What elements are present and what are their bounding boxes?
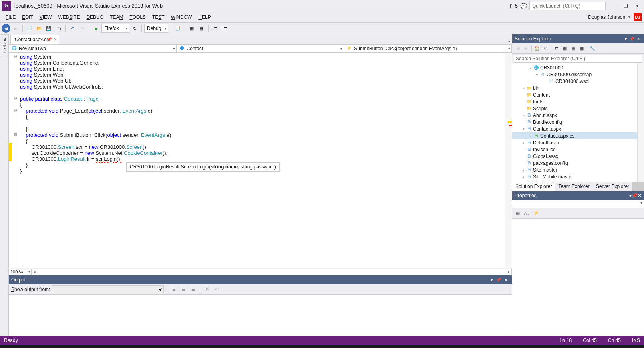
tree-item[interactable]: 📁Scripts (512, 105, 644, 112)
expand-icon[interactable]: ▹ (528, 134, 533, 138)
start-debug-icon[interactable]: ▶ (92, 24, 101, 33)
browser-selector[interactable]: Firefox (101, 24, 129, 33)
fold-icon[interactable]: ⊟ (12, 131, 19, 137)
tab-server-explorer[interactable]: Server Explorer (593, 182, 632, 191)
fold-icon[interactable]: ⊟ (12, 53, 19, 59)
tab-close-icon[interactable]: ✕ (54, 37, 57, 42)
solution-explorer-tree[interactable]: ▿🌐CR301000▿⚙CR301000.discomap📄CR301000.w… (512, 63, 644, 182)
menu-edit[interactable]: EDIT (19, 13, 36, 22)
output-btn-4[interactable]: ✕ (203, 285, 211, 293)
se-home-icon[interactable]: 🏠 (533, 45, 541, 53)
tree-item[interactable]: ▹🖹Site.master (512, 166, 644, 173)
tb-icon-5[interactable]: ≣ (221, 24, 229, 33)
fold-icon[interactable]: ⊟ (12, 107, 19, 113)
tree-item[interactable]: ▹🖹About.aspx (512, 112, 644, 119)
se-back-icon[interactable]: ◀ (514, 45, 522, 53)
tb-icon-2[interactable]: ▦ (187, 24, 196, 33)
prop-pin-icon[interactable]: 📌 (632, 193, 638, 198)
tree-item[interactable]: 🖹Bundle.config (512, 119, 644, 125)
user-dropdown-icon[interactable]: ▼ (628, 15, 631, 19)
horizontal-scrollbar[interactable]: ◂▸ (31, 269, 512, 275)
nav-method-combo[interactable]: ⚡SubmitButton_Click(object sender, Event… (344, 44, 512, 53)
output-btn-3[interactable]: ≣ (189, 285, 197, 293)
tabs-overflow-icon[interactable]: ▾ (508, 39, 512, 44)
output-btn-1[interactable]: ≣ (170, 285, 178, 293)
menu-view[interactable]: VIEW (36, 13, 55, 22)
expand-icon[interactable]: ▹ (521, 168, 526, 172)
menu-website[interactable]: WEBSITE (55, 13, 83, 22)
expand-icon[interactable]: ▹ (521, 113, 526, 117)
prop-close-icon[interactable]: ✕ (638, 193, 642, 198)
zoom-combo[interactable]: 100 % (9, 269, 31, 275)
tb-icon-1[interactable]: 📑 (173, 24, 182, 33)
prop-az-icon[interactable]: A↓ (523, 209, 531, 217)
quick-launch-input[interactable] (529, 2, 606, 10)
se-scrollbar[interactable] (637, 63, 644, 182)
tree-item[interactable]: 🖹favicon.ico (512, 146, 644, 153)
tab-solution-explorer[interactable]: Solution Explorer (512, 182, 555, 191)
nav-project-combo[interactable]: 🌐RevisionTwo (9, 44, 177, 53)
expand-icon[interactable]: ▹ (521, 182, 526, 183)
se-preview-icon[interactable]: — (597, 45, 605, 53)
menu-file[interactable]: FILE (2, 13, 19, 22)
tree-item[interactable]: 🖹Global.asax (512, 153, 644, 160)
output-close-icon[interactable]: ✕ (502, 278, 509, 282)
output-btn-5[interactable]: ↩ (213, 285, 221, 293)
tree-item[interactable]: 📄CR301000.wsdl (512, 78, 644, 85)
redo-button[interactable]: ↷ (78, 24, 87, 33)
restore-button[interactable]: ❐ (620, 2, 631, 10)
expand-icon[interactable]: ▿ (528, 66, 533, 70)
menu-tools[interactable]: TOOLS (126, 13, 149, 22)
output-body[interactable] (9, 295, 512, 336)
output-pin-icon[interactable]: 📌 (495, 278, 502, 282)
tree-item[interactable]: ▹🖹Default.aspx (512, 139, 644, 146)
tree-item[interactable]: 📁Content (512, 91, 644, 98)
open-button[interactable]: 📂 (35, 24, 44, 33)
tree-item[interactable]: ▹🖹Site.Mobile.master (512, 173, 644, 180)
se-pin-icon[interactable]: 📌 (629, 37, 635, 41)
minimize-button[interactable]: — (609, 2, 620, 10)
prop-cat-icon[interactable]: ▦ (514, 209, 522, 217)
se-nest-icon[interactable]: ▦ (569, 45, 577, 53)
expand-icon[interactable]: ▹ (521, 175, 526, 179)
prop-object-combo[interactable] (512, 200, 644, 208)
file-tab-contact[interactable]: Contact.aspx.cs* 📌 ✕ (10, 35, 59, 44)
new-project-button[interactable]: 📄 (25, 24, 34, 33)
se-fwd-icon[interactable]: ▶ (522, 45, 530, 53)
se-refresh-icon[interactable]: ↻ (541, 45, 549, 53)
tree-item[interactable]: ▹🖹ViewSwitcher.ascx (512, 180, 644, 182)
nav-class-combo[interactable]: 🔷Contact (177, 44, 344, 53)
undo-button[interactable]: ↶ (68, 24, 77, 33)
output-dropdown-icon[interactable]: ▾ (488, 278, 495, 282)
menu-team[interactable]: TEAM (107, 13, 126, 22)
user-badge[interactable]: DJ (634, 13, 642, 21)
se-properties-icon[interactable]: 🔧 (588, 45, 596, 53)
menu-test[interactable]: TEST (149, 13, 168, 22)
tb-icon-4[interactable]: ≣ (211, 24, 220, 33)
code-editor[interactable]: ⊟ ⊟ ⊟ ⊟ using System; using System.Colle… (9, 53, 512, 268)
config-selector[interactable]: Debug (144, 24, 168, 33)
pin-icon[interactable]: 📌 (47, 37, 52, 42)
vertical-scrollbar[interactable] (505, 53, 512, 268)
code-text[interactable]: using System; using System.Collections.G… (19, 53, 505, 268)
save-button[interactable]: 💾 (44, 24, 53, 33)
menu-window[interactable]: WINDOW (168, 13, 195, 22)
tree-item[interactable]: ▹🖹Contact.aspx.cs (512, 132, 644, 139)
se-collapse-icon[interactable]: ▦ (578, 45, 586, 53)
tree-item[interactable]: 📁fonts (512, 98, 644, 105)
se-search-input[interactable] (514, 55, 642, 63)
se-close-icon[interactable]: ✕ (635, 37, 642, 41)
refresh-button[interactable]: ↻ (130, 24, 139, 33)
close-button[interactable]: ✕ (631, 2, 642, 10)
save-all-button[interactable]: 🗃 (54, 24, 63, 33)
tree-item[interactable]: ▹📁bin (512, 85, 644, 91)
se-show-all-icon[interactable]: ▦ (561, 45, 569, 53)
toolbox-tab[interactable]: Toolbox (1, 34, 8, 57)
tab-team-explorer[interactable]: Team Explorer (555, 182, 592, 191)
tree-item[interactable]: 🖹packages.config (512, 160, 644, 166)
expand-icon[interactable]: ▹ (521, 86, 526, 90)
fold-icon[interactable]: ⊟ (12, 95, 19, 101)
expand-icon[interactable]: ▿ (535, 73, 539, 77)
output-btn-2[interactable]: ≣ (179, 285, 187, 293)
notification-flag[interactable]: 🏳5 (509, 3, 518, 9)
